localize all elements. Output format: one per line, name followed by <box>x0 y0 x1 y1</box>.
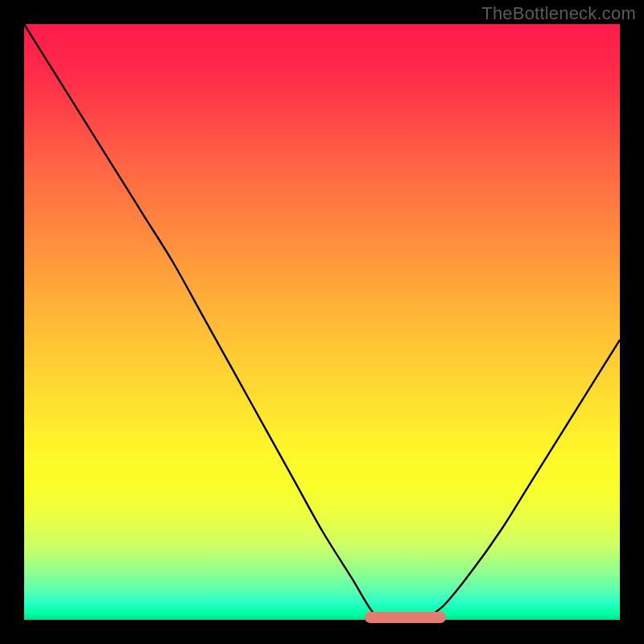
curve-path <box>24 24 620 621</box>
plot-area <box>24 24 620 620</box>
bottleneck-curve <box>24 24 620 620</box>
optimal-range-marker <box>365 612 446 623</box>
watermark-text: TheBottleneck.com <box>481 3 636 24</box>
chart-frame: TheBottleneck.com <box>0 0 644 644</box>
